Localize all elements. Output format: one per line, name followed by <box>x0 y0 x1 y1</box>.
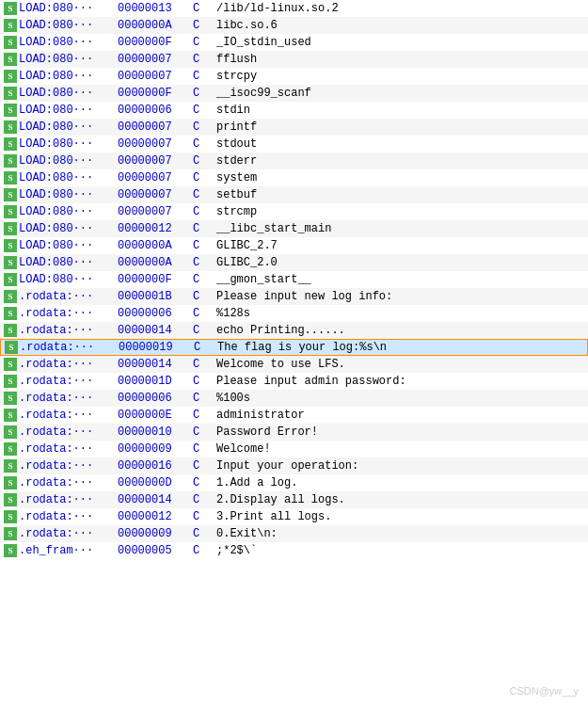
row-icon: S <box>2 70 19 83</box>
s-icon: S <box>4 442 17 456</box>
table-row[interactable]: S .rodata:··· 00000016 C Input your oper… <box>0 457 588 474</box>
type-cell: C <box>193 290 216 303</box>
table-row[interactable]: S LOAD:080··· 0000000F C _IO_stdin_used <box>0 34 588 51</box>
offset-cell: 00000006 <box>118 392 193 405</box>
segment-cell: LOAD:080··· <box>19 104 118 117</box>
table-row[interactable]: S LOAD:080··· 00000007 C system <box>0 169 588 186</box>
segment-cell: LOAD:080··· <box>19 53 118 66</box>
table-row[interactable]: S .rodata:··· 00000009 C Welcome! <box>0 441 588 457</box>
offset-cell: 00000014 <box>118 358 193 371</box>
table-row[interactable]: S LOAD:080··· 00000007 C stderr <box>0 152 588 169</box>
table-row[interactable]: S LOAD:080··· 00000007 C stdout <box>0 136 588 152</box>
s-icon: S <box>4 53 17 66</box>
value-cell: Please input new log info: <box>216 290 586 303</box>
value-cell: stdin <box>216 104 586 117</box>
table-row[interactable]: S LOAD:080··· 00000007 C setbuf <box>0 186 588 203</box>
table-row[interactable]: S .rodata:··· 00000006 C %128s <box>0 305 588 322</box>
table-row[interactable]: S LOAD:080··· 00000007 C printf <box>0 119 588 136</box>
watermark: CSDN@yw__y <box>509 685 579 697</box>
table-row[interactable]: S LOAD:080··· 0000000A C GLIBC_2.0 <box>0 254 588 271</box>
type-cell: C <box>193 70 216 83</box>
row-icon: S <box>2 154 19 168</box>
type-cell: C <box>193 358 216 371</box>
table-row[interactable]: S .rodata:··· 00000012 C 3.Print all log… <box>0 508 588 525</box>
table-row[interactable]: S .rodata:··· 00000019 C The flag is you… <box>0 339 588 356</box>
value-cell: echo Printing...... <box>216 324 586 337</box>
type-cell: C <box>193 493 216 506</box>
row-icon: S <box>2 273 19 286</box>
table-row[interactable]: S LOAD:080··· 0000000F C __isoc99_scanf <box>0 85 588 102</box>
segment-cell: LOAD:080··· <box>19 36 118 49</box>
offset-cell: 00000007 <box>118 137 193 151</box>
table-row[interactable]: S LOAD:080··· 00000012 C __libc_start_ma… <box>0 220 588 237</box>
table-row[interactable]: S .rodata:··· 0000000D C 1.Add a log. <box>0 474 588 491</box>
type-cell: C <box>193 154 216 168</box>
table-row[interactable]: S .rodata:··· 0000000E C administrator <box>0 407 588 424</box>
type-cell: C <box>193 2 216 15</box>
table-row[interactable]: S .rodata:··· 00000010 C Password Error! <box>0 424 588 441</box>
row-icon: S <box>2 256 19 269</box>
table-row[interactable]: S LOAD:080··· 0000000A C GLIBC_2.7 <box>0 237 588 254</box>
value-cell: Password Error! <box>216 425 586 439</box>
table-row[interactable]: S .rodata:··· 00000014 C echo Printing..… <box>0 322 588 339</box>
segment-cell: .rodata:··· <box>20 341 119 354</box>
table-row[interactable]: S .rodata:··· 00000014 C Welcome to use … <box>0 356 588 373</box>
row-icon: S <box>2 459 19 473</box>
offset-cell: 00000006 <box>118 307 193 320</box>
table-row[interactable]: S .rodata:··· 00000006 C %100s <box>0 390 588 407</box>
table-row[interactable]: S .eh_fram··· 00000005 C ;*2$\` <box>0 542 588 559</box>
table-row[interactable]: S LOAD:080··· 00000006 C stdin <box>0 102 588 119</box>
segment-cell: .rodata:··· <box>19 527 118 540</box>
offset-cell: 00000013 <box>118 2 193 15</box>
segment-cell: .rodata:··· <box>19 375 118 388</box>
table-row[interactable]: S LOAD:080··· 00000007 C strcpy <box>0 68 588 85</box>
row-icon: S <box>2 527 19 540</box>
table-row[interactable]: S LOAD:080··· 0000000A C libc.so.6 <box>0 17 588 34</box>
offset-cell: 00000007 <box>118 171 193 185</box>
offset-cell: 0000001D <box>118 375 193 388</box>
value-cell: system <box>216 171 586 185</box>
value-cell: administrator <box>216 409 586 422</box>
offset-cell: 00000019 <box>119 341 194 354</box>
s-icon: S <box>4 2 17 15</box>
table-row[interactable]: S LOAD:080··· 00000007 C fflush <box>0 51 588 68</box>
type-cell: C <box>193 222 216 235</box>
offset-cell: 0000000E <box>118 409 193 422</box>
type-cell: C <box>193 120 216 134</box>
type-cell: C <box>193 53 216 66</box>
s-icon: S <box>4 19 17 32</box>
segment-cell: .rodata:··· <box>19 324 118 337</box>
s-icon: S <box>4 307 17 320</box>
offset-cell: 0000000D <box>118 476 193 489</box>
row-icon: S <box>2 19 19 32</box>
type-cell: C <box>193 476 216 489</box>
offset-cell: 0000000F <box>118 87 193 100</box>
offset-cell: 00000007 <box>118 70 193 83</box>
value-cell: 3.Print all logs. <box>216 510 586 523</box>
segment-cell: .rodata:··· <box>19 476 118 489</box>
s-icon: S <box>4 409 17 422</box>
table-row[interactable]: S LOAD:080··· 00000013 C /lib/ld-linux.s… <box>0 0 588 17</box>
value-cell: stdout <box>216 137 586 151</box>
value-cell: _IO_stdin_used <box>216 36 586 49</box>
table-row[interactable]: S .rodata:··· 0000001D C Please input ad… <box>0 373 588 390</box>
s-icon: S <box>4 70 17 83</box>
offset-cell: 00000016 <box>118 459 193 473</box>
value-cell: strcpy <box>216 70 586 83</box>
value-cell: The flag is your log:%s\n <box>217 341 585 354</box>
table-row[interactable]: S .rodata:··· 00000014 C 2.Display all l… <box>0 491 588 508</box>
s-icon: S <box>4 324 17 337</box>
table-row[interactable]: S LOAD:080··· 00000007 C strcmp <box>0 203 588 220</box>
row-icon: S <box>2 87 19 100</box>
table-row[interactable]: S .rodata:··· 00000009 C 0.Exit\n: <box>0 525 588 542</box>
segment-cell: .rodata:··· <box>19 425 118 439</box>
table-row[interactable]: S LOAD:080··· 0000000F C __gmon_start__ <box>0 271 588 288</box>
offset-cell: 00000010 <box>118 425 193 439</box>
type-cell: C <box>193 36 216 49</box>
s-icon: S <box>4 120 17 134</box>
row-icon: S <box>2 409 19 422</box>
table-row[interactable]: S .rodata:··· 0000001B C Please input ne… <box>0 288 588 305</box>
row-icon: S <box>2 442 19 456</box>
row-icon: S <box>2 290 19 303</box>
row-icon: S <box>2 205 19 218</box>
